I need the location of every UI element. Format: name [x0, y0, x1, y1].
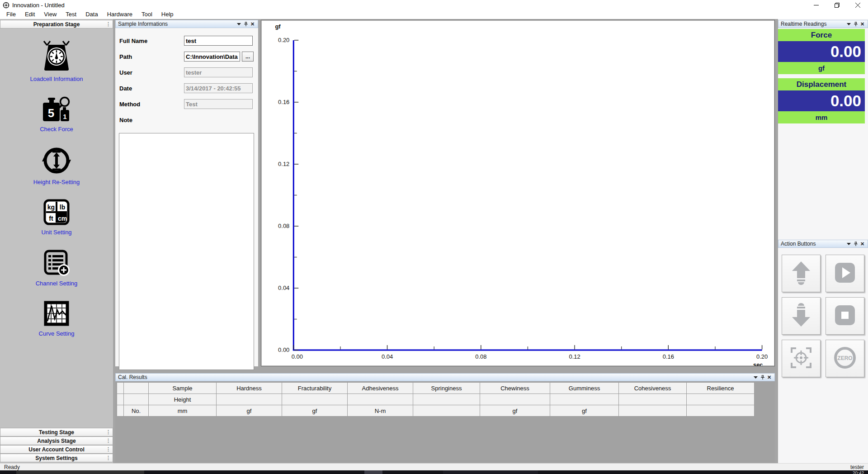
- chevron-down-icon[interactable]: [845, 20, 852, 28]
- pin-icon[interactable]: [852, 240, 859, 248]
- sidebar-tool-curve-setting[interactable]: Curve Setting: [20, 300, 93, 337]
- reading-force: Force0.00gf: [778, 29, 865, 74]
- table-cell: Fracturability: [282, 383, 348, 394]
- table-cell: mm: [149, 405, 217, 417]
- svg-text:kg: kg: [47, 204, 55, 211]
- status-message: Ready: [4, 464, 20, 470]
- menu-test[interactable]: Test: [61, 10, 81, 19]
- preparation-tools: Loadcell Information 5 1Check Force Heig…: [0, 28, 113, 427]
- chevron-down-icon[interactable]: [845, 240, 852, 248]
- minimize-button[interactable]: [806, 0, 826, 10]
- sidebar-tool-unit-setting[interactable]: kg lb ft cmUnit Setting: [20, 199, 93, 236]
- sidebar-tool-loadcell-information[interactable]: Loadcell Information: [20, 40, 93, 82]
- menu-file[interactable]: File: [2, 10, 20, 19]
- find-target-button[interactable]: [782, 340, 821, 377]
- application-window: Innovation - Untitled FileEditViewTestDa…: [0, 0, 868, 474]
- sidebar-tool-channel-setting[interactable]: Channel Setting: [20, 249, 93, 287]
- close-icon[interactable]: ✕: [859, 240, 866, 248]
- menu-data[interactable]: Data: [81, 10, 102, 19]
- table-cell: [550, 394, 619, 405]
- field-label: Path: [115, 53, 184, 60]
- stage-button-system-settings[interactable]: System Settings: [0, 454, 113, 462]
- stage-label: User Account Control: [28, 446, 85, 453]
- stage-button-user-account-control[interactable]: User Account Control: [0, 445, 113, 454]
- table-row: Height: [117, 394, 755, 405]
- menu-view[interactable]: View: [39, 10, 61, 19]
- restore-button[interactable]: [826, 0, 847, 10]
- chevron-down-icon[interactable]: [236, 20, 242, 28]
- field-label: Method: [115, 101, 184, 108]
- table-cell: [117, 383, 124, 394]
- stage-label: Preparation Stage: [33, 21, 80, 28]
- browse-button[interactable]: ...: [242, 52, 254, 62]
- date-input: [184, 83, 253, 93]
- close-icon[interactable]: ✕: [249, 20, 256, 28]
- run-test-button[interactable]: [826, 255, 864, 292]
- menu-help[interactable]: Help: [157, 10, 178, 19]
- table-cell: Cohesiveness: [619, 383, 687, 394]
- stage-button-preparation[interactable]: Preparation Stage: [0, 20, 113, 28]
- table-cell: [117, 394, 124, 405]
- svg-text:0.20: 0.20: [756, 353, 768, 360]
- reading-value: 0.00: [778, 90, 865, 111]
- reading-unit: mm: [778, 111, 865, 123]
- table-cell: Springiness: [413, 383, 480, 394]
- pin-icon[interactable]: [759, 373, 766, 381]
- reading-unit: gf: [778, 62, 865, 74]
- table-cell: Height: [149, 394, 217, 405]
- sidebar-tool-label: Unit Setting: [41, 229, 71, 236]
- chevron-down-icon[interactable]: [752, 373, 759, 381]
- svg-text:0.00: 0.00: [278, 346, 289, 353]
- sample-informations-header: Sample Informations ✕: [115, 20, 258, 28]
- sidebar-tool-height-re-setting[interactable]: Height Re-Setting: [20, 146, 93, 185]
- workspace: Preparation Stage Loadcell Information 5…: [0, 19, 868, 463]
- zero-button[interactable]: ZERO: [826, 340, 864, 377]
- taskbar-segment: [364, 470, 382, 474]
- table-cell: [687, 394, 755, 405]
- sidebar-tool-check-force[interactable]: 5 1Check Force: [20, 96, 93, 133]
- close-icon[interactable]: ✕: [766, 373, 773, 381]
- target-icon: [788, 345, 814, 372]
- taskbar-clock: 20:42: [853, 471, 864, 474]
- probe-down-button[interactable]: [782, 297, 821, 335]
- svg-text:0.00: 0.00: [292, 353, 303, 360]
- reading-label: Displacement: [778, 78, 865, 90]
- panel-title: Cal. Results: [118, 374, 752, 380]
- stop-button[interactable]: [826, 297, 864, 335]
- reading-displacement: Displacement0.00mm: [778, 78, 865, 123]
- menu-tool[interactable]: Tool: [137, 10, 157, 19]
- svg-text:0.04: 0.04: [382, 353, 393, 360]
- window-controls: [806, 0, 868, 10]
- menu-bar: FileEditViewTestDataHardwareToolHelp: [0, 10, 868, 19]
- note-textarea[interactable]: [119, 133, 254, 370]
- table-cell: Adhesiveness: [348, 383, 413, 394]
- svg-text:0.12: 0.12: [569, 353, 580, 360]
- path-input[interactable]: [184, 52, 240, 62]
- menu-edit[interactable]: Edit: [20, 10, 39, 19]
- table-cell: [117, 405, 124, 417]
- close-button[interactable]: [847, 0, 868, 10]
- svg-text:0.16: 0.16: [663, 353, 674, 360]
- stage-label: Analysis Stage: [37, 438, 75, 444]
- svg-text:ZERO: ZERO: [837, 355, 852, 361]
- svg-text:sec: sec: [753, 361, 763, 366]
- menu-hardware[interactable]: Hardware: [103, 10, 137, 19]
- pin-icon[interactable]: [242, 20, 249, 28]
- stage-button-testing-stage[interactable]: Testing Stage: [0, 428, 113, 436]
- calibration-weights-icon: 5 1: [42, 96, 71, 124]
- probe-up-button[interactable]: [782, 255, 821, 292]
- sidebar-tool-label: Height Re-Setting: [33, 179, 80, 185]
- form-row-date: Date: [115, 83, 258, 94]
- minimize-icon: [814, 3, 819, 8]
- close-icon[interactable]: ✕: [859, 20, 866, 28]
- full-name-input[interactable]: [184, 36, 253, 46]
- reading-label: Force: [778, 29, 865, 41]
- play-icon: [832, 260, 858, 287]
- action-buttons: ZERO: [782, 255, 865, 377]
- realtime-readings: Force0.00gfDisplacement0.00mm: [778, 29, 865, 128]
- field-label: Full Name: [115, 38, 184, 44]
- table-cell: [124, 383, 149, 394]
- stage-button-analysis-stage[interactable]: Analysis Stage: [0, 436, 113, 445]
- pin-icon[interactable]: [852, 20, 859, 28]
- table-cell: [282, 394, 348, 405]
